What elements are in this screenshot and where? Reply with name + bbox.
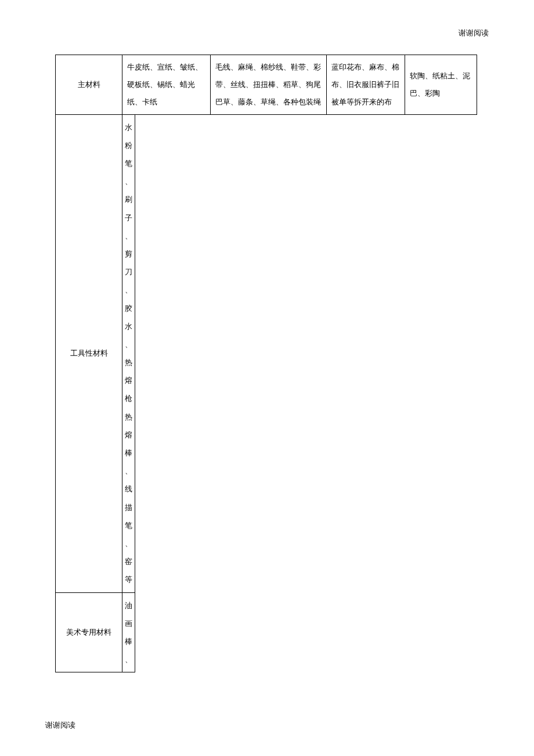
header-thanks: 谢谢阅读 — [459, 28, 489, 38]
cell-main-c2: 牛皮纸、宣纸、皱纸、硬板纸、锡纸、蜡光纸、卡纸 — [122, 55, 211, 115]
row-label-main-material: 主材料 — [56, 55, 122, 115]
table-row: 美术专用材料 油画棒、 — [56, 592, 477, 672]
table-row: 主材料 牛皮纸、宣纸、皱纸、硬板纸、锡纸、蜡光纸、卡纸 毛线、麻绳、棉纱线、鞋带… — [56, 55, 477, 115]
materials-table: 主材料 牛皮纸、宣纸、皱纸、硬板纸、锡纸、蜡光纸、卡纸 毛线、麻绳、棉纱线、鞋带… — [55, 55, 477, 672]
cell-tool-empty — [135, 114, 477, 592]
cell-art-empty — [135, 592, 477, 672]
row-label-tool-material: 工具性材料 — [56, 114, 122, 592]
cell-tool-narrow: 水粉笔、刷子、剪刀、胶水、热熔枪热熔棒、线描笔、窑等 — [122, 114, 135, 592]
row-label-art-material: 美术专用材料 — [56, 592, 122, 672]
cell-main-c4: 蓝印花布、麻布、棉布、旧衣服旧裤子旧被单等拆开来的布 — [327, 55, 405, 115]
cell-main-c5: 软陶、纸粘土、泥巴、彩陶 — [405, 55, 477, 115]
cell-art-narrow: 油画棒、 — [122, 592, 135, 672]
footer-thanks: 谢谢阅读 — [45, 720, 75, 730]
table-row: 工具性材料 水粉笔、刷子、剪刀、胶水、热熔枪热熔棒、线描笔、窑等 — [56, 114, 477, 592]
cell-main-c3: 毛线、麻绳、棉纱线、鞋带、彩带、丝线、扭扭棒、稻草、狗尾巴草、藤条、草绳、各种包… — [211, 55, 327, 115]
materials-table-wrap: 主材料 牛皮纸、宣纸、皱纸、硬板纸、锡纸、蜡光纸、卡纸 毛线、麻绳、棉纱线、鞋带… — [55, 55, 477, 672]
